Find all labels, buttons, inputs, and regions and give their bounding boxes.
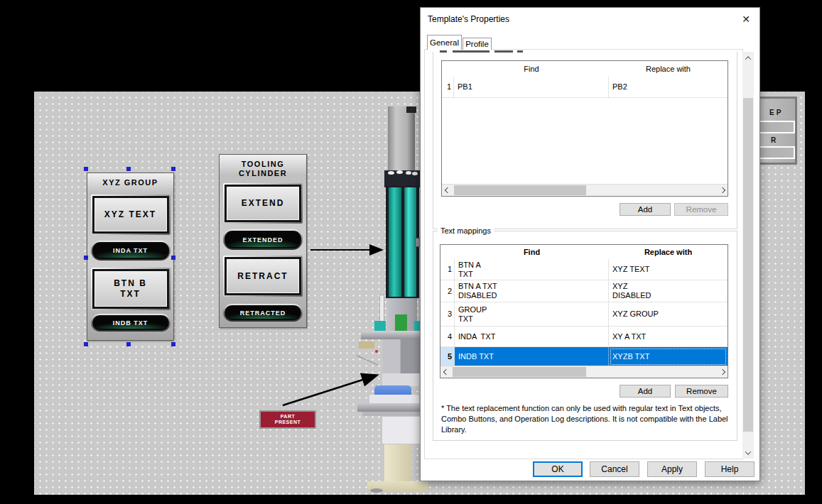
find-cell[interactable]: BTN A TXT DISABLED: [455, 280, 609, 302]
replace-cell[interactable]: XYZ DISABLED: [609, 280, 728, 302]
text-mappings-table[interactable]: Find Replace with 1 BTN A TXT XYZ TEXT 2…: [440, 244, 728, 378]
inda-indicator-label: INDA TXT: [92, 242, 169, 259]
part-present-indicator[interactable]: PART PRESENT: [259, 410, 316, 429]
xyz-group-panel[interactable]: XYZ GROUP XYZ TEXT INDA TXT BTN B TXT IN…: [87, 172, 174, 341]
selection-handle[interactable]: [171, 167, 175, 171]
retracted-indicator[interactable]: RETRACTED: [223, 304, 303, 322]
device-remove-button: Remove: [674, 203, 728, 216]
extended-indicator-label: EXTENDED: [225, 231, 301, 248]
selection-handle[interactable]: [171, 256, 175, 260]
screen: XYZ GROUP XYZ TEXT INDA TXT BTN B TXT IN…: [0, 0, 822, 504]
help-button[interactable]: Help: [705, 461, 755, 477]
find-cell[interactable]: INDB TXT: [455, 347, 609, 366]
chevron-left-icon: [444, 187, 450, 193]
device-add-button[interactable]: Add: [620, 203, 671, 216]
scroll-left-button[interactable]: [440, 366, 451, 378]
btn-b-button-label: BTN B TXT: [92, 269, 169, 309]
chevron-up-icon: [745, 56, 751, 62]
row-number-cell: 4: [440, 327, 455, 346]
tooling-cylinder-panel[interactable]: TOOLING CYLINDER EXTEND EXTENDED RETRACT…: [219, 154, 307, 328]
scrollbar-thumb[interactable]: [743, 98, 753, 432]
row-number-cell: 5: [440, 347, 455, 366]
btn-b-button[interactable]: BTN B TXT: [91, 268, 171, 310]
table-row[interactable]: 3 GROUP TXT XYZ GROUP: [440, 302, 728, 327]
scroll-left-button[interactable]: [442, 185, 453, 196]
scroll-up-button[interactable]: [742, 52, 754, 64]
selection-handle[interactable]: [84, 256, 88, 260]
row-number-cell: 1: [442, 77, 454, 97]
selection-handle[interactable]: [171, 342, 175, 346]
selection-handle[interactable]: [126, 342, 131, 346]
find-cell[interactable]: GROUP TXT: [455, 302, 609, 326]
table-row[interactable]: 4 INDA TXT XY A TXT: [440, 327, 728, 347]
find-cell[interactable]: BTN A TXT: [455, 259, 609, 280]
table-row[interactable]: 2 BTN A TXT DISABLED XYZ DISABLED: [440, 280, 728, 302]
apply-button[interactable]: Apply: [647, 461, 697, 477]
table-row-selected[interactable]: 5 INDB TXT XYZB TXT: [440, 347, 728, 366]
chevron-left-icon: [443, 369, 448, 375]
template-properties-dialog: Template's Properties ✕ General Profile …: [420, 7, 760, 481]
chevron-down-icon: [745, 449, 751, 454]
scroll-right-button[interactable]: [717, 366, 728, 378]
indb-indicator[interactable]: INDB TXT: [91, 314, 171, 332]
row-number-cell: 3: [440, 302, 455, 326]
xyz-text-button[interactable]: XYZ TEXT: [91, 195, 171, 235]
tab-general[interactable]: General: [427, 35, 462, 50]
row-number-header: [442, 61, 454, 77]
table-row[interactable]: 1 PB1 PB2: [442, 77, 728, 98]
tab-profile[interactable]: Profile: [463, 38, 492, 50]
replace-cell[interactable]: XYZ GROUP: [609, 302, 728, 326]
retract-button-label: RETRACT: [225, 257, 301, 295]
dialog-title: Template's Properties: [428, 14, 509, 24]
tooling-cylinder-title: TOOLING CYLINDER: [239, 160, 287, 178]
row-number-header: [440, 245, 455, 259]
extend-button[interactable]: EXTEND: [223, 183, 303, 224]
scroll-right-button[interactable]: [717, 185, 728, 196]
replace-cell[interactable]: PB2: [609, 77, 728, 97]
horizontal-scrollbar[interactable]: [442, 184, 728, 196]
text-mapping-remove-button[interactable]: Remove: [675, 385, 728, 398]
device-mapping-table[interactable]: Find Replace with 1 PB1 PB2: [441, 60, 728, 197]
find-cell[interactable]: PB1: [454, 77, 609, 97]
replace-column-header: Replace with: [609, 61, 728, 77]
row-number-cell: 2: [440, 280, 455, 302]
replace-cell[interactable]: XYZB TXT: [609, 347, 728, 366]
scrollbar-thumb[interactable]: [453, 367, 586, 377]
extend-button-label: EXTEND: [225, 185, 301, 222]
replace-column-header: Replace with: [609, 245, 728, 259]
dialog-vertical-scrollbar[interactable]: [742, 52, 754, 459]
inda-indicator[interactable]: INDA TXT: [91, 241, 171, 261]
scrollbar-thumb[interactable]: [454, 185, 586, 195]
text-mappings-group-label: Text mappings: [438, 226, 494, 235]
find-column-header: Find: [455, 245, 609, 259]
retract-button[interactable]: RETRACT: [223, 256, 303, 297]
row-number-cell: 1: [440, 259, 455, 280]
retracted-indicator-label: RETRACTED: [225, 305, 301, 320]
horizontal-scrollbar[interactable]: [440, 366, 728, 378]
find-cell[interactable]: INDA TXT: [455, 327, 609, 346]
text-mapping-add-button[interactable]: Add: [620, 385, 671, 398]
replace-cell[interactable]: XYZ TEXT: [609, 259, 728, 280]
cancel-button[interactable]: Cancel: [590, 461, 639, 477]
arrow-to-fixture: [283, 376, 376, 405]
extended-indicator[interactable]: EXTENDED: [223, 229, 303, 250]
table-row[interactable]: 1 BTN A TXT XYZ TEXT: [440, 259, 728, 280]
replace-cell[interactable]: XY A TXT: [609, 327, 728, 346]
close-icon[interactable]: ✕: [740, 13, 752, 26]
indb-indicator-label: INDB TXT: [92, 315, 169, 330]
selection-handle[interactable]: [84, 167, 88, 171]
find-column-header: Find: [454, 61, 609, 77]
xyz-group-title: XYZ GROUP: [102, 178, 158, 187]
xyz-text-button-label: XYZ TEXT: [92, 196, 169, 234]
ok-button[interactable]: OK: [533, 461, 583, 477]
scroll-down-button[interactable]: [742, 447, 754, 459]
selection-handle[interactable]: [84, 342, 88, 346]
text-replacement-note: * The text replacement function can only…: [441, 403, 730, 435]
chevron-right-icon: [719, 187, 725, 193]
chevron-right-icon: [719, 369, 725, 375]
selection-handle[interactable]: [126, 167, 131, 171]
